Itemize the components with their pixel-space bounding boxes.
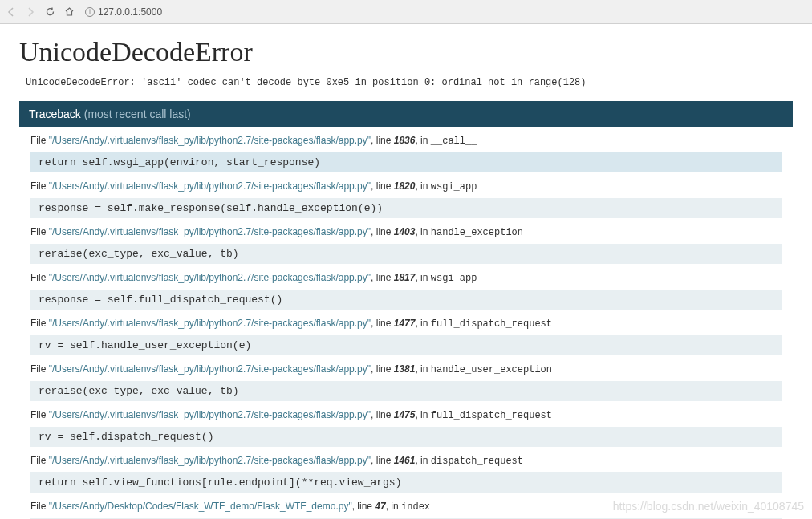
page-content: UnicodeDecodeError UnicodeDecodeError: '… — [0, 24, 812, 519]
traceback-frame[interactable]: File "/Users/Andy/.virtualenvs/flask_py/… — [19, 264, 793, 310]
file-prefix: File — [30, 363, 49, 375]
in-prefix: , in — [415, 455, 430, 466]
traceback-frame[interactable]: File "/Users/Andy/.virtualenvs/flask_py/… — [19, 127, 793, 172]
arrow-left-icon — [6, 7, 16, 17]
line-number: 1381 — [394, 363, 416, 375]
in-prefix: , in — [415, 272, 430, 283]
code-line[interactable]: rv = self.handle_user_exception(e) — [30, 335, 782, 355]
frame-location: File "/Users/Andy/.virtualenvs/flask_py/… — [30, 177, 782, 196]
traceback-sublabel: (most recent call last) — [84, 107, 191, 120]
file-prefix: File — [30, 272, 49, 283]
file-path: "/Users/Andy/.virtualenvs/flask_py/lib/p… — [49, 226, 371, 237]
arrow-right-icon — [26, 7, 35, 17]
file-path: "/Users/Andy/.virtualenvs/flask_py/lib/p… — [49, 363, 371, 375]
nav-home-button[interactable] — [63, 6, 75, 18]
file-path: "/Users/Andy/.virtualenvs/flask_py/lib/p… — [49, 272, 371, 283]
traceback-frames: File "/Users/Andy/.virtualenvs/flask_py/… — [19, 127, 793, 519]
line-prefix: , line — [371, 226, 394, 237]
function-name: handle_exception — [431, 227, 523, 238]
line-number: 1817 — [394, 272, 416, 283]
line-number: 1477 — [394, 318, 416, 329]
traceback-frame[interactable]: File "/Users/Andy/.virtualenvs/flask_py/… — [19, 447, 793, 493]
function-name: handle_user_exception — [431, 364, 552, 375]
url-bar[interactable]: i 127.0.0.1:5000 — [82, 5, 807, 19]
line-number: 1475 — [394, 409, 416, 420]
function-name: wsgi_app — [431, 181, 477, 193]
frame-location: File "/Users/Andy/.virtualenvs/flask_py/… — [30, 406, 782, 424]
in-prefix: , in — [386, 501, 401, 512]
line-number: 1461 — [394, 455, 416, 466]
nav-back-button[interactable] — [5, 6, 18, 18]
file-path: "/Users/Andy/.virtualenvs/flask_py/lib/p… — [49, 180, 371, 192]
code-line[interactable]: return self.wsgi_app(environ, start_resp… — [30, 152, 782, 172]
function-name: wsgi_app — [431, 273, 477, 284]
line-prefix: , line — [371, 180, 394, 192]
file-path: "/Users/Andy/Desktop/Codes/Flask_WTF_dem… — [49, 501, 352, 512]
file-prefix: File — [30, 135, 49, 146]
nav-forward-button[interactable] — [24, 6, 37, 18]
code-line[interactable]: response = self.make_response(self.handl… — [30, 198, 782, 218]
line-prefix: , line — [371, 272, 394, 283]
frame-location: File "/Users/Andy/.virtualenvs/flask_py/… — [30, 452, 782, 470]
frame-location: File "/Users/Andy/.virtualenvs/flask_py/… — [30, 360, 782, 379]
function-name: dispatch_request — [431, 456, 523, 467]
traceback-frame[interactable]: File "/Users/Andy/.virtualenvs/flask_py/… — [19, 172, 793, 218]
file-path: "/Users/Andy/.virtualenvs/flask_py/lib/p… — [49, 409, 371, 420]
page-title: UnicodeDecodeError — [19, 37, 793, 67]
function-name: full_dispatch_request — [431, 410, 552, 421]
code-line[interactable]: return self.view_functions[rule.endpoint… — [30, 472, 782, 493]
line-prefix: , line — [371, 455, 394, 466]
file-prefix: File — [30, 318, 49, 329]
url-text: 127.0.0.1:5000 — [98, 6, 162, 18]
code-line[interactable]: response = self.full_dispatch_request() — [30, 290, 782, 310]
function-name: __call__ — [431, 136, 477, 147]
traceback-label: Traceback — [29, 107, 81, 120]
traceback-frame[interactable]: File "/Users/Andy/Desktop/Codes/Flask_WT… — [19, 493, 793, 519]
error-message: UnicodeDecodeError: 'ascii' codec can't … — [19, 77, 793, 88]
file-path: "/Users/Andy/.virtualenvs/flask_py/lib/p… — [49, 318, 371, 329]
line-number: 1836 — [394, 135, 416, 146]
frame-location: File "/Users/Andy/.virtualenvs/flask_py/… — [30, 314, 782, 333]
file-prefix: File — [30, 180, 49, 192]
line-number: 1820 — [394, 180, 416, 192]
frame-location: File "/Users/Andy/.virtualenvs/flask_py/… — [30, 132, 782, 150]
frame-location: File "/Users/Andy/.virtualenvs/flask_py/… — [30, 269, 782, 287]
function-name: index — [401, 501, 430, 513]
traceback-frame[interactable]: File "/Users/Andy/.virtualenvs/flask_py/… — [19, 355, 793, 401]
browser-toolbar: i 127.0.0.1:5000 — [0, 0, 812, 24]
in-prefix: , in — [415, 180, 430, 192]
frame-location: File "/Users/Andy/Desktop/Codes/Flask_WT… — [30, 497, 782, 516]
file-path: "/Users/Andy/.virtualenvs/flask_py/lib/p… — [49, 455, 371, 466]
in-prefix: , in — [415, 318, 430, 329]
traceback-frame[interactable]: File "/Users/Andy/.virtualenvs/flask_py/… — [19, 218, 793, 264]
code-line[interactable]: reraise(exc_type, exc_value, tb) — [30, 381, 782, 401]
traceback-header: Traceback (most recent call last) — [19, 101, 793, 127]
in-prefix: , in — [415, 363, 430, 375]
line-prefix: , line — [352, 501, 376, 512]
file-prefix: File — [30, 409, 49, 420]
frame-location: File "/Users/Andy/.virtualenvs/flask_py/… — [30, 223, 782, 241]
traceback-frame[interactable]: File "/Users/Andy/.virtualenvs/flask_py/… — [19, 401, 793, 447]
line-prefix: , line — [371, 318, 394, 329]
line-prefix: , line — [371, 135, 394, 146]
line-number: 1403 — [394, 226, 416, 237]
home-icon — [64, 6, 75, 17]
code-line[interactable]: reraise(exc_type, exc_value, tb) — [30, 244, 782, 264]
info-icon: i — [85, 7, 95, 17]
reload-icon — [45, 6, 55, 17]
file-prefix: File — [30, 455, 49, 466]
line-prefix: , line — [371, 363, 394, 375]
code-line[interactable]: rv = self.dispatch_request() — [30, 427, 782, 447]
file-prefix: File — [30, 501, 49, 512]
in-prefix: , in — [415, 226, 430, 237]
in-prefix: , in — [415, 135, 430, 146]
file-path: "/Users/Andy/.virtualenvs/flask_py/lib/p… — [49, 135, 371, 146]
nav-reload-button[interactable] — [43, 6, 56, 18]
in-prefix: , in — [415, 409, 430, 420]
line-prefix: , line — [371, 409, 394, 420]
function-name: full_dispatch_request — [431, 318, 552, 330]
traceback-frame[interactable]: File "/Users/Andy/.virtualenvs/flask_py/… — [19, 310, 793, 355]
file-prefix: File — [30, 226, 49, 237]
line-number: 47 — [375, 501, 385, 512]
